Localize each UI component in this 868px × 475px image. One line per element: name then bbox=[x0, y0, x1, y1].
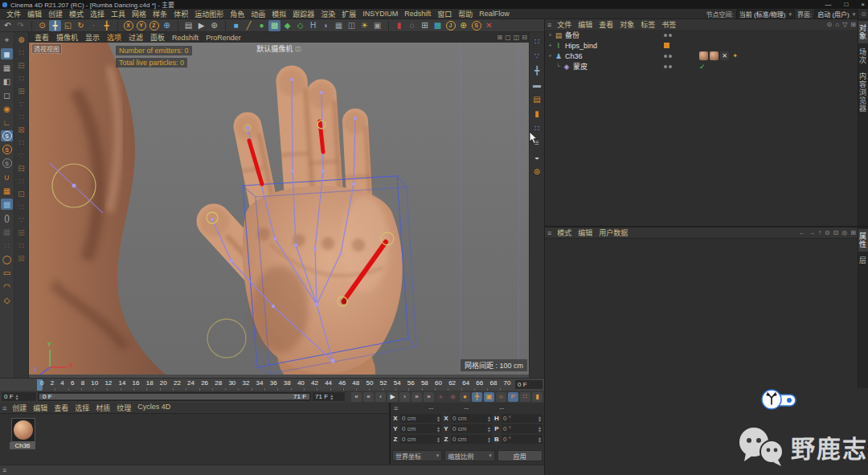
expand-icon[interactable]: + bbox=[547, 53, 554, 59]
viewport-menu-item[interactable]: 查看 bbox=[31, 32, 52, 43]
align-dots-icon[interactable]: ∵ bbox=[531, 50, 543, 61]
panel-tab-内容浏览器[interactable]: 内容浏览器 bbox=[858, 69, 868, 116]
coordinate-value-field[interactable]: 0 cm▴▾ bbox=[400, 414, 441, 423]
environment-icon[interactable]: ▣ bbox=[371, 20, 383, 31]
render-view-icon[interactable]: ▤ bbox=[182, 20, 194, 31]
object-name[interactable]: 蒙皮 bbox=[571, 61, 588, 72]
object-name[interactable]: 备份 bbox=[563, 30, 579, 40]
layout-view-icon[interactable]: ◫ bbox=[514, 34, 520, 41]
frame-range-slider[interactable]: 0 F 71 F bbox=[38, 392, 311, 401]
x-plugin-icon[interactable]: ✕ bbox=[483, 20, 495, 31]
s-plugin-icon[interactable]: S bbox=[470, 20, 482, 31]
hamburger-icon[interactable]: ≡ bbox=[2, 404, 6, 412]
align-dots-icon[interactable]: ∷ bbox=[531, 35, 543, 47]
viewport-menu-item[interactable]: 显示 bbox=[82, 32, 103, 43]
poly-select-icon[interactable]: ◇ bbox=[1, 294, 13, 305]
material-manager-menu-item[interactable]: 创建 bbox=[9, 403, 30, 413]
panel-tab-场次[interactable]: 场次 bbox=[858, 45, 868, 68]
stepper-arrows-icon[interactable]: ▴▾ bbox=[488, 426, 490, 432]
xpresso-tag-icon[interactable]: ✕ bbox=[720, 51, 729, 60]
record-scale-button[interactable]: ▣ bbox=[484, 392, 494, 402]
grid-array-icon[interactable]: ⊞ bbox=[419, 20, 431, 31]
coordinate-system-select[interactable]: 世界坐标▾ bbox=[392, 450, 442, 461]
prev-frame-button[interactable]: ‹ bbox=[375, 392, 386, 402]
object-row[interactable]: +♟Ch36✕✦ bbox=[545, 51, 858, 61]
sound-mute-icon[interactable]: ◉ bbox=[448, 392, 458, 402]
menubar-item[interactable]: 选择 bbox=[87, 9, 108, 19]
next-frame-button[interactable]: › bbox=[399, 392, 410, 402]
cube-primitive-icon[interactable]: ■ bbox=[230, 20, 242, 31]
object-manager-menu-item[interactable]: 文件 bbox=[554, 19, 575, 30]
deformer-icon[interactable]: ◇ bbox=[294, 20, 306, 31]
object-manager-menu-item[interactable]: 编辑 bbox=[575, 19, 596, 30]
visibility-toggles[interactable] bbox=[664, 65, 672, 68]
menubar-item[interactable]: 角色 bbox=[227, 9, 248, 19]
mesh-tool-icon[interactable]: ∷ bbox=[15, 72, 27, 84]
hamburger-icon[interactable]: ≡ bbox=[547, 21, 551, 29]
forward-arrow-icon[interactable]: → bbox=[809, 229, 815, 236]
apply-button[interactable]: 应用 bbox=[497, 450, 542, 461]
search-icon[interactable]: ⊙ bbox=[861, 10, 866, 18]
polygon-mode-icon[interactable]: ◻ bbox=[1, 89, 13, 100]
divider-icon[interactable]: ▮ bbox=[531, 108, 543, 119]
jb-plugin-icon[interactable]: J bbox=[444, 20, 457, 31]
gear-icon[interactable]: ⊛ bbox=[15, 34, 27, 45]
brackets-icon[interactable]: () bbox=[1, 212, 13, 223]
close-button[interactable]: × bbox=[861, 1, 865, 8]
coordinate-value-field[interactable]: 0 °▴▾ bbox=[502, 414, 542, 423]
menubar-item[interactable]: 跟踪器 bbox=[289, 9, 317, 19]
panel-tab-对象[interactable]: 对象 bbox=[858, 21, 868, 43]
coordinate-value-field[interactable]: 0 °▴▾ bbox=[502, 424, 542, 433]
menubar-item[interactable]: 窗口 bbox=[434, 9, 455, 19]
object-manager-menu-item[interactable]: 对象 bbox=[616, 19, 637, 30]
mesh-tool-icon[interactable]: ⊟ bbox=[15, 59, 27, 71]
mesh-tool-icon[interactable]: ⊟ bbox=[15, 162, 27, 174]
stepper-arrows-icon[interactable]: ▴▾ bbox=[16, 394, 18, 400]
point-mode-icon[interactable]: ▦ bbox=[1, 62, 13, 73]
play-button[interactable]: ▶ bbox=[387, 392, 398, 402]
menubar-item[interactable]: 渲染 bbox=[317, 9, 338, 19]
texture-tag-icon[interactable] bbox=[710, 51, 719, 60]
record-keyframe-button[interactable]: ● bbox=[460, 392, 470, 402]
attribute-manager-menu-item[interactable]: 模式 bbox=[554, 227, 575, 238]
menubar-item[interactable]: 网格 bbox=[129, 9, 149, 19]
menubar-item[interactable]: RealFlow bbox=[476, 10, 513, 18]
stepper-arrows-icon[interactable]: ▴▾ bbox=[437, 426, 440, 432]
visibility-dot[interactable] bbox=[664, 34, 667, 37]
toggle-view-icon[interactable]: ⊟ bbox=[522, 34, 527, 41]
maximize-button[interactable]: □ bbox=[844, 1, 848, 8]
edge-mode-icon[interactable]: ◧ bbox=[1, 76, 13, 87]
menubar-item[interactable]: 运动图形 bbox=[191, 9, 227, 19]
attribute-manager-menu-item[interactable]: 用户数据 bbox=[596, 227, 631, 238]
size-mode-select[interactable]: 缩放比例▾ bbox=[444, 450, 494, 461]
up-arrow-icon[interactable]: ↑ bbox=[818, 229, 821, 236]
panel-tab-层[interactable]: 层 bbox=[858, 253, 868, 268]
workplane-cube-icon[interactable]: ▩ bbox=[1, 199, 13, 210]
redo-icon[interactable]: ↷ bbox=[14, 20, 27, 31]
object-manager-menu-item[interactable]: 查看 bbox=[596, 19, 616, 30]
coordinate-value-field[interactable]: 0 cm▴▾ bbox=[451, 435, 492, 444]
material-manager-menu-item[interactable]: 纹理 bbox=[113, 403, 134, 413]
lock-icon[interactable]: ⊡ bbox=[833, 229, 839, 236]
camera-add-icon[interactable]: ◒ bbox=[531, 151, 543, 162]
coordinate-value-field[interactable]: 0 °▴▾ bbox=[502, 435, 542, 444]
material-thumbnail[interactable] bbox=[11, 418, 35, 442]
mesh-tool-icon[interactable]: ∷ bbox=[15, 137, 27, 148]
next-key-button[interactable]: » bbox=[411, 392, 422, 402]
visibility-dot[interactable] bbox=[664, 65, 667, 68]
clone-icon[interactable]: ▦ bbox=[333, 20, 345, 31]
path-icon[interactable]: ⊞ bbox=[850, 21, 856, 28]
stepper-arrows-icon[interactable]: ▴▾ bbox=[538, 426, 541, 432]
mesh-tool-icon[interactable]: ⊡ bbox=[15, 188, 27, 199]
menubar-item[interactable]: 体积 bbox=[170, 9, 191, 19]
volume-icon[interactable]: ◆ bbox=[281, 20, 293, 31]
star-tag-icon[interactable]: ✦ bbox=[731, 51, 739, 60]
subdivision-surface-icon[interactable]: ▩ bbox=[268, 20, 280, 31]
lock-x-icon[interactable]: X bbox=[122, 20, 134, 31]
add-node-icon[interactable]: ╋ bbox=[531, 64, 543, 76]
camera-icon[interactable]: ◫ bbox=[346, 20, 358, 31]
mesh-tool-icon[interactable]: ∷ bbox=[15, 111, 27, 122]
end-frame-field[interactable]: 71 F▴▾ bbox=[313, 392, 345, 401]
coordinate-value-field[interactable]: 0 cm▴▾ bbox=[451, 414, 492, 423]
coordinate-value-field[interactable]: 0 cm▴▾ bbox=[400, 424, 441, 433]
